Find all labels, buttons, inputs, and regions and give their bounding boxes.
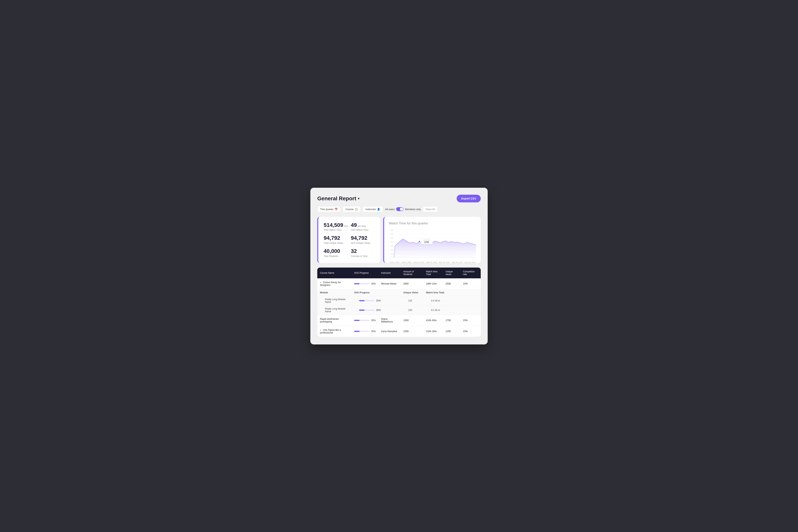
filter-quarter[interactable]: This quarter 📅 (317, 206, 341, 212)
page-title: General Report (317, 195, 356, 202)
progress-track (354, 320, 369, 321)
members-only-label: Members only (405, 208, 421, 211)
stat-avg-watch-time-label: AVG Watch Time (351, 229, 375, 231)
progress-bar-wrap: 35% (359, 309, 398, 311)
sub-header-row: Module AVG Progress Unique Views Watch t… (317, 289, 481, 296)
chart-svg: 7,000 6,000 5,000 4,000 3,000 2,000 1,00… (389, 228, 476, 260)
filter-instructor-label: Instructor (365, 208, 376, 211)
expand-icon[interactable]: ▾ (320, 281, 321, 284)
table-body: ▾ Colour theory for designers 35% Michae… (317, 278, 481, 337)
col-course-name: Course Name (317, 268, 352, 278)
table-header: Course Name AVG Progress Instructor Amou… (317, 268, 481, 278)
stat-total-watch-time: 514,509min Total Watch Time (324, 222, 348, 231)
sub-cell-watch-time: 3 h 34 m (423, 296, 481, 305)
stat-total-watch-time-value: 514,509min (324, 222, 348, 228)
cell-students: 2000 (401, 278, 423, 289)
filter-course[interactable]: Course 📋 (343, 206, 361, 212)
chart-area: 7,000 6,000 5,000 4,000 3,000 2,000 1,00… (389, 228, 476, 260)
chart-card: Watch Time for this quarter (383, 217, 481, 263)
progress-bar-wrap: 35% (354, 282, 376, 285)
progress-bar-wrap: 35% (354, 319, 376, 322)
sub-col-module: Module (317, 289, 352, 296)
progress-track (359, 309, 375, 311)
stat-courses-total-value: 32 (351, 248, 375, 254)
svg-text:0: 0 (393, 257, 393, 258)
sub-cell-progress: 35% (352, 296, 401, 305)
main-window: General Report ▾ Export CSV This quarter… (310, 188, 488, 344)
stat-total-students-label: Total Students (324, 255, 348, 258)
cell-instructor: Iryna Havryliuk (378, 326, 401, 337)
chevron-down-icon[interactable]: ▾ (358, 196, 360, 201)
person-icon: 👤 (377, 208, 380, 211)
cell-completion: 15% (460, 278, 481, 289)
progress-track (359, 300, 375, 301)
cell-watch-time: 215h 30m (423, 326, 443, 337)
col-watch-time: Watch time Total (423, 268, 443, 278)
stat-total-watch-time-label: Total Watch Time (324, 229, 348, 231)
col-completion: Completion rate (460, 268, 481, 278)
sub-cell-module: Really Long Module Name (317, 305, 352, 315)
cell-watch-time: 189h 15m (423, 278, 443, 289)
courses-table: Course Name AVG Progress Instructor Amou… (317, 268, 481, 337)
stat-avg-watch-time: 49per day AVG Watch Time (351, 222, 375, 231)
clear-all-button[interactable]: Clear All (423, 206, 438, 212)
progress-track (354, 331, 369, 332)
cell-watch-time: 416h 45m (423, 315, 443, 326)
stat-total-students: 40,000 Total Students (324, 248, 348, 258)
progress-bar-wrap: 35% (354, 330, 376, 333)
table-header-row: Course Name AVG Progress Instructor Amou… (317, 268, 481, 278)
progress-fill (359, 300, 364, 301)
filter-instructor[interactable]: Instructor 👤 (363, 206, 383, 212)
sub-cell-module: Really Long Module Name (317, 296, 352, 305)
sub-table-row: Really Long Module Name 35% 233 3 h 34 m (317, 305, 481, 315)
data-table: Course Name AVG Progress Instructor Amou… (317, 268, 481, 337)
svg-text:7,000: 7,000 (390, 229, 393, 231)
table-row[interactable]: ▾ Colour theory for designers 35% Michae… (317, 278, 481, 289)
cell-unique-views: 1700 (443, 315, 460, 326)
toggle-group: All users Members only (385, 207, 421, 211)
svg-point-16 (419, 241, 420, 242)
cell-course-name: Rapid wireframes prototyping (317, 315, 352, 326)
sub-cell-unique-views: 122 (401, 296, 423, 305)
stat-avg-unique-views-label: AVG Unique Views (351, 242, 375, 244)
cell-instructor: Diana Miftakhova (378, 315, 401, 326)
chart-title: Watch Time for this quarter (389, 222, 476, 225)
cell-completion: 15% (460, 326, 481, 337)
sub-col-unique-views: Unique Views (401, 289, 423, 296)
cell-instructor: Michael Weed (378, 278, 401, 289)
sub-col-avg-progress: AVG Progress (352, 289, 401, 296)
sub-col-watch-time: Watch time Total (423, 289, 481, 296)
stat-total-students-value: 40,000 (324, 248, 348, 254)
cell-unique-views: 1250 (443, 326, 460, 337)
title-group: General Report ▾ (317, 195, 360, 202)
stat-avg-unique-views-value: 94,792 (351, 235, 375, 241)
cell-students: 1200 (401, 326, 423, 337)
stat-avg-unique-views: 94,792 AVG Unique Views (351, 235, 375, 244)
col-instructor: Instructor (378, 268, 401, 278)
table-row[interactable]: Rapid wireframes prototyping 35% Diana M… (317, 315, 481, 326)
cell-progress: 35% (352, 278, 378, 289)
all-users-label: All users (385, 208, 395, 211)
chart-x-labels: June 1, 2022 June 5, 2022 June 10, 2022 … (389, 261, 476, 263)
filters-bar: This quarter 📅 Course 📋 Instructor 👤 All… (317, 206, 481, 212)
stats-card: 514,509min Total Watch Time 49per day AV… (317, 217, 380, 263)
stat-avg-watch-time-value: 49per day (351, 222, 375, 228)
svg-text:June 09, 2022: June 09, 2022 (423, 239, 431, 241)
expand-icon[interactable]: ▾ (320, 329, 321, 331)
stat-courses-total: 32 Courses in Total (351, 248, 375, 258)
export-csv-button[interactable]: Export CSV (457, 195, 481, 203)
sub-cell-progress: 35% (352, 305, 401, 315)
stats-grid: 514,509min Total Watch Time 49per day AV… (324, 222, 375, 258)
progress-bar-wrap: 35% (359, 299, 398, 302)
col-unique-views: Unique views (443, 268, 460, 278)
calendar-icon: 📅 (335, 208, 338, 211)
table-row[interactable]: ▾ Use Figma like a professional 35% Iryn… (317, 326, 481, 337)
cell-students: 1300 (401, 315, 423, 326)
stat-total-unique-views-label: Total Unique Views (324, 242, 348, 244)
members-toggle[interactable] (396, 207, 403, 211)
book-icon: 📋 (355, 208, 358, 211)
cell-unique-views: 2500 (443, 278, 460, 289)
progress-fill (354, 331, 360, 332)
stat-total-unique-views: 94,792 Total Unique Views (324, 235, 348, 244)
sub-cell-unique-views: 233 (401, 305, 423, 315)
